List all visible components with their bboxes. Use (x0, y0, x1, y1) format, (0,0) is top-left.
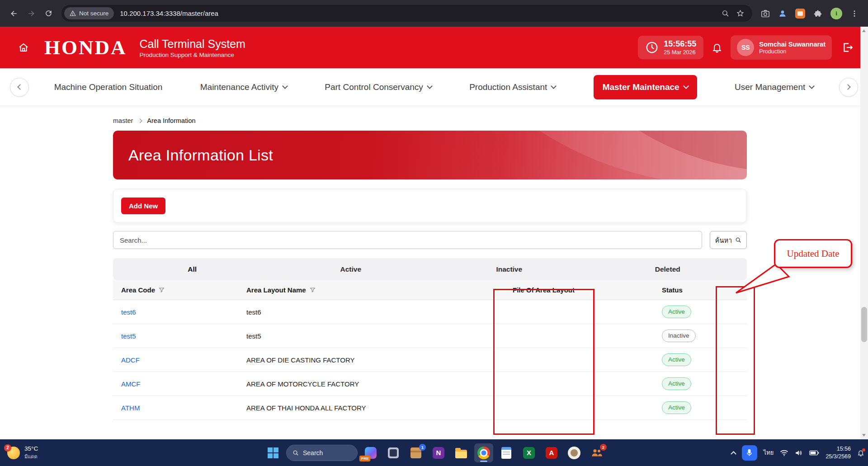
column-header-file-of-area-layout: File Of Area Layout (505, 286, 654, 294)
page-scrollbar[interactable] (860, 27, 868, 439)
nav-item-label: Master Maintenace (603, 82, 679, 92)
breadcrumb-root[interactable]: master (113, 117, 133, 124)
area-code-link[interactable]: ADCF (121, 356, 140, 364)
table-row: ATHM AREA OF THAI HONDA ALL FACTORY Acti… (113, 396, 747, 420)
widgets-app-icon[interactable] (384, 443, 403, 462)
zoom-icon[interactable] (722, 9, 729, 17)
area-code-link[interactable]: AMCF (121, 380, 141, 388)
scrollbar-down-arrow[interactable] (862, 434, 866, 437)
nav-item-label: Production Assistant (469, 82, 547, 92)
browser-menu-dots-icon[interactable] (850, 9, 859, 18)
area-code-link[interactable]: test5 (121, 332, 136, 340)
nav-item-label: Maintenance Activity (200, 82, 278, 92)
extension-icon-orange[interactable] (795, 9, 805, 19)
notes-app-icon[interactable] (497, 443, 516, 462)
status-filter-tabs: All Active Inactive Deleted (113, 258, 747, 280)
tab-inactive[interactable]: Inactive (430, 258, 589, 280)
area-layout-name-cell: test5 (238, 332, 505, 340)
package-app-badge: 1 (419, 444, 426, 451)
chevron-down-icon (551, 83, 557, 89)
taskbar-date: 25/3/2569 (826, 453, 851, 461)
bookmark-star-icon[interactable] (736, 9, 744, 17)
package-app-icon[interactable]: 1 (406, 443, 425, 462)
search-button[interactable]: ค้นหา (710, 231, 747, 249)
app-header: HONDA Call Terminal System Production Su… (0, 27, 868, 68)
language-indicator[interactable]: ไทย (764, 448, 774, 457)
people-app-icon[interactable]: 2 (587, 443, 606, 462)
filter-funnel-icon[interactable] (159, 287, 165, 293)
browser-forward-button[interactable] (23, 5, 40, 22)
header-date: 25 Mar 2026 (664, 49, 696, 56)
start-button[interactable] (264, 443, 283, 462)
copilot-app-icon[interactable]: PRE (361, 443, 380, 462)
taskbar-clock[interactable]: 15:56 25/3/2569 (826, 445, 851, 461)
chrome-app-icon[interactable] (474, 443, 493, 462)
microphone-button[interactable] (742, 445, 757, 461)
system-subtitle: Production Support & Maintenance (140, 52, 245, 58)
nav-item-part-control-conservancy[interactable]: Part Control Conservancy (325, 82, 432, 92)
tab-all[interactable]: All (113, 258, 272, 280)
copilot-pre-badge: PRE (359, 456, 370, 461)
wifi-icon[interactable] (780, 449, 788, 457)
area-code-link[interactable]: ATHM (121, 404, 140, 412)
column-header-area-code: Area Code (113, 286, 238, 294)
browser-back-button[interactable] (5, 5, 23, 22)
onenote-app-icon[interactable]: N (429, 443, 448, 462)
file-explorer-icon[interactable] (452, 443, 471, 462)
scrollbar-thumb[interactable] (861, 307, 867, 342)
security-chip[interactable]: Not secure (64, 7, 114, 19)
scrollbar-up-arrow[interactable] (862, 29, 866, 32)
nav-item-maintenance-activity[interactable]: Maintenance Activity (200, 82, 287, 92)
battery-icon[interactable] (809, 450, 819, 456)
filter-funnel-icon[interactable] (310, 287, 316, 293)
status-badge: Active (662, 306, 691, 318)
area-table: Area Code Area Layout Name File Of Area … (113, 280, 747, 420)
tray-chevron-up-icon[interactable] (731, 451, 736, 457)
url-text[interactable]: 10.200.173.34:3338/master/area (120, 9, 718, 17)
search-input[interactable] (113, 231, 702, 249)
column-header-status: Status (654, 286, 717, 294)
tab-active[interactable]: Active (272, 258, 430, 280)
chevron-down-icon (427, 83, 433, 89)
browser-profile-avatar[interactable]: i (830, 8, 842, 19)
nav-item-machine-operation-situation[interactable]: Machine Operation Situation (54, 82, 163, 92)
system-title: Call Terminal System (140, 37, 245, 51)
search-icon (735, 237, 741, 243)
person-extension-icon[interactable] (778, 9, 787, 18)
screenshot-camera-icon[interactable] (761, 9, 770, 18)
actions-card: Add New (113, 189, 747, 223)
page-content: master Area Information Area Information… (0, 107, 868, 439)
warning-icon (70, 10, 76, 16)
logout-icon[interactable] (842, 42, 854, 53)
status-badge: Active (662, 353, 691, 366)
volume-icon[interactable] (795, 449, 803, 457)
area-code-link[interactable]: test6 (121, 308, 136, 316)
nav-item-user-management[interactable]: User Management (735, 82, 814, 92)
circular-app-icon[interactable] (565, 443, 584, 462)
add-new-button[interactable]: Add New (121, 198, 165, 214)
nav-item-master-maintenance[interactable]: Master Maintenace (594, 75, 697, 99)
excel-app-icon[interactable]: X (519, 443, 538, 462)
taskbar-notification-icon[interactable] (857, 449, 864, 457)
acrobat-app-icon[interactable]: A (542, 443, 561, 462)
notification-bell-icon[interactable] (712, 42, 722, 53)
user-menu[interactable]: SS Somchai Suwannarat Production (731, 35, 832, 60)
weather-widget[interactable]: 2 35°C มีแดด (5, 439, 41, 466)
nav-scroll-right-button[interactable] (839, 78, 858, 97)
extensions-puzzle-icon[interactable] (813, 9, 822, 18)
honda-logo: HONDA (44, 38, 127, 58)
area-layout-name-cell: AREA OF THAI HONDA ALL FACTORY (238, 404, 505, 412)
area-layout-name-cell: test6 (238, 308, 505, 316)
home-icon[interactable] (18, 42, 29, 53)
address-bar[interactable]: Not secure 10.200.173.34:3338/master/are… (61, 5, 752, 22)
nav-item-production-assistant[interactable]: Production Assistant (469, 82, 556, 92)
weather-temperature: 35°C (24, 445, 38, 453)
tab-deleted[interactable]: Deleted (589, 258, 747, 280)
weather-badge: 2 (4, 444, 11, 452)
user-name: Somchai Suwannarat (759, 40, 826, 48)
browser-reload-button[interactable] (40, 5, 57, 22)
mic-icon (746, 449, 753, 457)
taskbar-search[interactable]: Search (286, 445, 358, 461)
nav-scroll-left-button[interactable] (10, 78, 29, 97)
status-badge: Active (662, 401, 691, 414)
